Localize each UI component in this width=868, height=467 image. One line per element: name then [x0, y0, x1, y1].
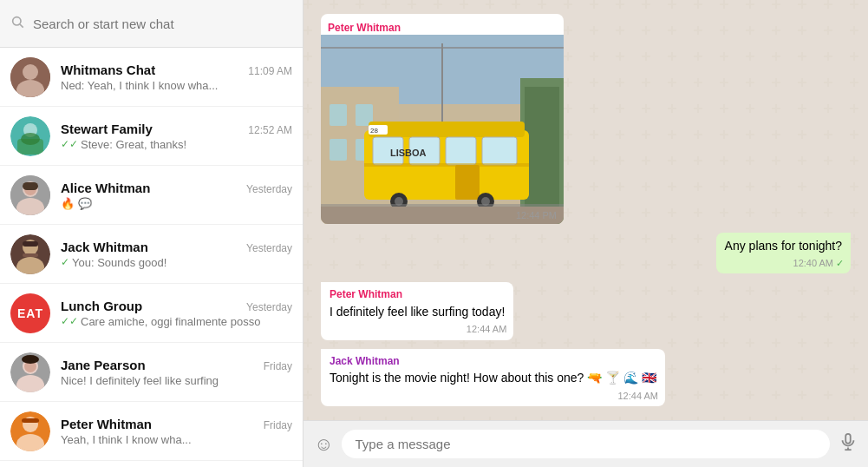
double-check-icon: ✓✓ — [61, 138, 78, 150]
svg-rect-37 — [330, 139, 347, 161]
message-text: I definitely feel like surfing today! — [330, 305, 505, 319]
chat-preview: ✓✓ Steve: Great, thanks! — [61, 138, 292, 151]
svg-point-23 — [22, 355, 39, 364]
avatar — [10, 116, 50, 156]
chat-time: Yesterday — [246, 242, 292, 254]
svg-rect-42 — [369, 122, 525, 137]
chat-info: Peter Whitman Friday Yeah, I think I kno… — [61, 417, 292, 446]
avatar — [10, 175, 50, 215]
avatar: EAT — [10, 293, 50, 333]
chat-preview: 🔥 💬 — [61, 197, 292, 210]
chat-info: Lunch Group Yesterday ✓✓ Care amiche, og… — [61, 299, 292, 328]
message-sender: Peter Whitman — [330, 287, 505, 302]
chat-name: Peter Whitman — [61, 417, 152, 431]
chat-info: Stewart Family 12:52 AM ✓✓ Steve: Great,… — [61, 122, 292, 151]
chat-preview-text: Nice! I definitely feel like surfing — [61, 374, 219, 387]
message-time: 12:44 AM — [467, 323, 506, 336]
svg-text:28: 28 — [370, 127, 378, 135]
message-jack-text: Jack Whitman Tonight is the movie night!… — [321, 349, 665, 406]
message-peter-text: Peter Whitman I definitely feel like sur… — [321, 282, 513, 339]
chat-name: Stewart Family — [61, 122, 153, 136]
message-input[interactable] — [342, 430, 830, 458]
chat-preview-text: Ned: Yeah, I think I know wha... — [61, 79, 218, 92]
svg-rect-60 — [845, 434, 851, 444]
chat-preview-text: You: Sounds good! — [72, 256, 166, 269]
message-time: 12:40 AM ✓ — [793, 257, 844, 270]
chat-name: Whitmans Chat — [61, 62, 155, 77]
avatar — [10, 352, 50, 392]
svg-rect-46 — [482, 137, 517, 165]
chat-item-whitmans-chat[interactable]: Whitmans Chat 11:09 AM Ned: Yeah, I thin… — [0, 48, 303, 107]
search-icon — [10, 15, 24, 32]
chat-item-jane-pearson[interactable]: Jane Pearson Friday Nice! I definitely f… — [0, 343, 303, 402]
chat-name: Jack Whitman — [61, 240, 148, 254]
chat-info: Whitmans Chat 11:09 AM Ned: Yeah, I thin… — [61, 62, 292, 92]
message-text: Tonight is the movie night! How about th… — [330, 371, 656, 385]
avatar — [10, 234, 50, 274]
message-sender: Jack Whitman — [330, 354, 656, 369]
message-sender: Peter Whitman — [328, 22, 401, 34]
chat-name: Lunch Group — [61, 299, 142, 313]
search-input[interactable] — [33, 16, 292, 31]
chat-time: Friday — [264, 360, 292, 372]
svg-rect-47 — [455, 165, 480, 200]
time-text: 12:40 AM — [793, 257, 833, 270]
check-icon: ✓ — [61, 256, 69, 268]
svg-point-3 — [23, 64, 38, 80]
svg-rect-48 — [364, 163, 529, 167]
message-outgoing: Any plans for tonight? 12:40 AM ✓ — [716, 233, 851, 274]
chat-list: Whitmans Chat 11:09 AM Ned: Yeah, I thin… — [0, 48, 303, 467]
chat-preview-text: Care amiche, oggi finalmente posso — [81, 315, 260, 328]
main-chat: Peter Whitman — [303, 0, 868, 467]
tram-image: LISBOA 28 — [321, 35, 564, 224]
svg-point-8 — [21, 133, 40, 145]
svg-rect-18 — [23, 253, 38, 257]
svg-rect-45 — [446, 137, 476, 165]
svg-point-0 — [13, 17, 21, 25]
chat-time: Friday — [264, 419, 292, 431]
chat-item-jack-whitman[interactable]: Jack Whitman Yesterday ✓ You: Sounds goo… — [0, 225, 303, 284]
chat-preview: Ned: Yeah, I think I know wha... — [61, 79, 292, 92]
tick-icon: ✓ — [836, 257, 844, 270]
chat-preview: ✓ You: Sounds good! — [61, 256, 292, 269]
avatar — [10, 57, 50, 97]
message-image: Peter Whitman — [321, 14, 564, 224]
sidebar: Whitmans Chat 11:09 AM Ned: Yeah, I thin… — [0, 0, 303, 467]
svg-rect-13 — [23, 182, 38, 190]
chat-time: 12:52 AM — [248, 124, 292, 136]
chat-preview-text: 🔥 💬 — [61, 197, 92, 210]
svg-rect-27 — [22, 418, 39, 423]
chat-preview: ✓✓ Care amiche, oggi finalmente posso — [61, 315, 292, 328]
svg-rect-17 — [23, 241, 38, 247]
chat-info: Jack Whitman Yesterday ✓ You: Sounds goo… — [61, 240, 292, 269]
chat-preview: Yeah, I think I know wha... — [61, 433, 292, 446]
svg-text:LISBOA: LISBOA — [390, 148, 427, 158]
chat-info: Alice Whitman Yesterday 🔥 💬 — [61, 181, 292, 210]
message-time: 12:44 PM — [516, 210, 557, 220]
chat-info: Jane Pearson Friday Nice! I definitely f… — [61, 358, 292, 387]
double-check-icon: ✓✓ — [61, 315, 78, 327]
chat-name: Jane Pearson — [61, 358, 146, 372]
input-bar: ☺ — [303, 420, 868, 467]
chat-item-alice-whitman[interactable]: Alice Whitman Yesterday 🔥 💬 — [0, 166, 303, 225]
svg-line-1 — [20, 24, 23, 28]
chat-item-lunch-group[interactable]: EAT Lunch Group Yesterday ✓✓ Care amiche… — [0, 284, 303, 343]
chat-item-stewart-family-2[interactable]: Stewart Family Friday — [0, 461, 303, 467]
svg-rect-35 — [330, 104, 347, 126]
avatar — [10, 411, 50, 451]
message-time: 12:44 AM — [617, 390, 657, 403]
messages-area: Peter Whitman — [303, 0, 868, 420]
chat-preview-text: Steve: Great, thanks! — [81, 138, 186, 151]
chat-time: 11:09 AM — [248, 65, 292, 77]
search-bar — [0, 0, 303, 48]
message-text: Any plans for tonight? — [725, 239, 842, 253]
chat-time: Yesterday — [246, 301, 292, 313]
chat-preview-text: Yeah, I think I know wha... — [61, 433, 192, 446]
chat-time: Yesterday — [246, 183, 292, 195]
chat-item-peter-whitman[interactable]: Peter Whitman Friday Yeah, I think I kno… — [0, 402, 303, 461]
chat-preview: Nice! I definitely feel like surfing — [61, 374, 292, 387]
microphone-button[interactable] — [839, 432, 858, 456]
chat-item-stewart-family[interactable]: Stewart Family 12:52 AM ✓✓ Steve: Great,… — [0, 107, 303, 166]
emoji-button[interactable]: ☺ — [314, 433, 333, 456]
chat-name: Alice Whitman — [61, 181, 150, 195]
